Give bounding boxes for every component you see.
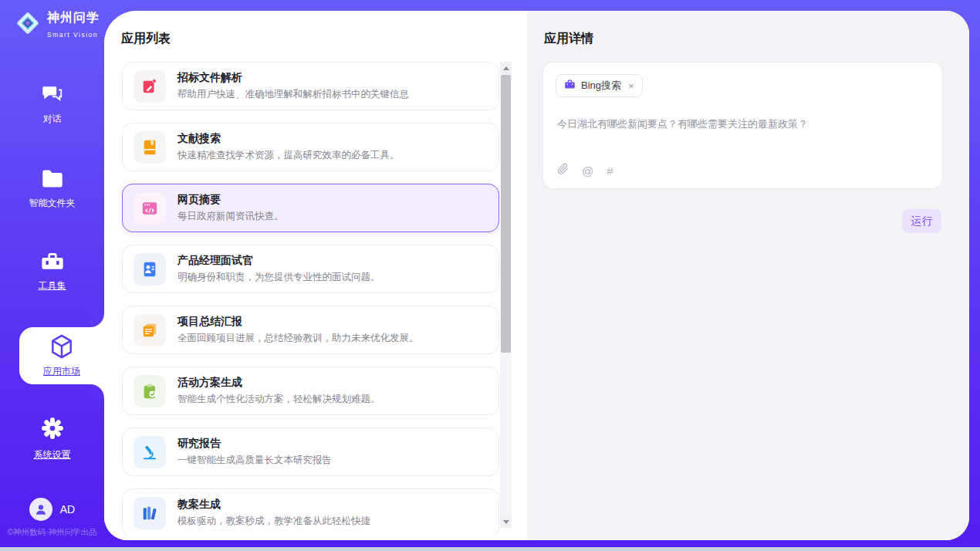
market-tab-curve-bottom <box>90 384 104 398</box>
app-desc: 帮助用户快速、准确地理解和解析招标书中的关键信息 <box>177 88 409 101</box>
toolbox-icon <box>41 260 64 273</box>
microscope-icon <box>133 436 166 468</box>
sidebar-item-label: 应用市场 <box>19 365 104 378</box>
user-account[interactable]: AD <box>0 498 104 521</box>
app-name: 招标文件解析 <box>177 71 409 85</box>
mention-icon[interactable]: @ <box>582 164 593 177</box>
notes-icon <box>133 314 166 346</box>
book-icon <box>133 131 166 164</box>
app-list: 招标文件解析 帮助用户快速、准确地理解和解析招标书中的关键信息 文献搜索 <box>122 62 499 536</box>
app-name: 网页摘要 <box>177 193 284 207</box>
sidebar-item-label: 系统设置 <box>0 448 104 461</box>
app-desc: 模板驱动，教案秒成，教学准备从此轻松快捷 <box>177 515 370 528</box>
app-desc: 全面回顾项目进展，总结经验教训，助力未来优化发展。 <box>177 332 419 345</box>
avatar <box>29 498 52 521</box>
topic-icon[interactable]: # <box>607 164 613 177</box>
app-detail-panel: 应用详情 Bing搜索 × 今日湖北有哪些新闻要点？有哪些需要关注的最新政 <box>527 11 969 540</box>
app-name: 文献搜索 <box>177 132 400 146</box>
app-card-lesson-plan[interactable]: 教案生成 模板驱动，教案秒成，教学准备从此轻松快捷 <box>122 488 499 536</box>
sidebar-item-smart-folder[interactable]: 智能文件夹 <box>0 169 104 210</box>
app-window-frame: 神州问学 Smart Vision 对话 智能文件夹 <box>0 0 980 551</box>
sidebar-item-app-market[interactable]: 应用市场 <box>19 327 104 384</box>
prompt-input[interactable]: 今日湖北有哪些新闻要点？有哪些需要关注的最新政策？ <box>557 117 928 132</box>
brand-subtitle: Smart Vision <box>47 31 98 39</box>
sidebar-item-chat[interactable]: 对话 <box>0 83 104 126</box>
app-name: 项目总结汇报 <box>177 315 419 329</box>
tool-tag-bing-search[interactable]: Bing搜索 × <box>556 74 643 97</box>
prompt-card: Bing搜索 × 今日湖北有哪些新闻要点？有哪些需要关注的最新政策？ @ # <box>542 62 943 189</box>
sidebar-item-toolset[interactable]: 工具集 <box>0 252 104 292</box>
app-detail-title: 应用详情 <box>544 31 593 47</box>
gear-icon <box>41 429 64 442</box>
app-desc: 智能生成个性化活动方案，轻松解决规划难题。 <box>177 393 380 406</box>
copyright-footer: ©神州数码·神州问学出品 <box>0 527 104 538</box>
app-list-panel: 应用列表 招标文件解析 帮助用户快速、准确地理解和解析招标书中的关键信息 <box>104 11 527 540</box>
chat-icon <box>41 93 64 106</box>
app-card-event-plan[interactable]: 活动方案生成 智能生成个性化活动方案，轻松解决规划难题。 <box>122 367 499 415</box>
app-card-literature-search[interactable]: 文献搜索 快速精准查找学术资源，提高研究效率的必备工具。 <box>122 123 499 171</box>
clipboard-check-icon <box>133 375 166 407</box>
folder-icon <box>41 177 64 191</box>
tool-tag-label: Bing搜索 <box>581 79 621 93</box>
books-icon <box>133 497 166 529</box>
briefcase-icon <box>564 79 576 93</box>
arrow-down-icon <box>503 520 509 524</box>
user-name: AD <box>60 503 75 516</box>
app-card-web-summary[interactable]: 网页摘要 每日政府新闻资讯快查。 <box>122 184 499 232</box>
main-content: 应用列表 招标文件解析 帮助用户快速、准确地理解和解析招标书中的关键信息 <box>104 11 969 540</box>
diamond-logo-icon <box>14 9 42 40</box>
arrow-up-icon <box>503 66 509 70</box>
app-card-project-summary[interactable]: 项目总结汇报 全面回顾项目进展，总结经验教训，助力未来优化发展。 <box>122 306 499 354</box>
app-desc: 明确身份和职责，为您提供专业性的面试问题。 <box>177 271 380 284</box>
scroll-up-button[interactable] <box>500 62 512 74</box>
brand-logo: 神州问学 Smart Vision <box>14 9 104 40</box>
prompt-toolbar: @ # <box>557 163 613 178</box>
app-desc: 每日政府新闻资讯快查。 <box>177 210 284 223</box>
run-button[interactable]: 运行 <box>902 209 941 233</box>
close-icon[interactable]: × <box>628 80 634 92</box>
app-name: 研究报告 <box>177 437 332 451</box>
browser-icon <box>133 192 166 225</box>
app-name: 产品经理面试官 <box>177 254 380 268</box>
window-bottom-edge <box>0 547 980 551</box>
sidebar-item-settings[interactable]: 系统设置 <box>0 417 104 461</box>
scrollbar-thumb[interactable] <box>501 75 511 353</box>
paperclip-icon[interactable] <box>557 163 569 178</box>
app-card-bid-analysis[interactable]: 招标文件解析 帮助用户快速、准确地理解和解析招标书中的关键信息 <box>122 62 499 110</box>
app-name: 教案生成 <box>177 498 370 512</box>
app-name: 活动方案生成 <box>177 376 380 390</box>
app-desc: 快速精准查找学术资源，提高研究效率的必备工具。 <box>177 149 400 162</box>
cube-icon <box>50 348 73 361</box>
market-tab-curve-top <box>90 313 104 327</box>
brand-name: 神州问学 <box>47 11 100 24</box>
app-desc: 一键智能生成高质量长文本研究报告 <box>177 454 332 467</box>
resume-person-icon <box>133 253 166 286</box>
app-list-title: 应用列表 <box>121 31 171 47</box>
sidebar: 神州问学 Smart Vision 对话 智能文件夹 <box>0 0 104 547</box>
scroll-down-button[interactable] <box>500 516 512 528</box>
sidebar-item-label: 工具集 <box>0 279 104 292</box>
doc-edit-icon <box>133 70 166 103</box>
app-list-scrollbar[interactable] <box>500 62 512 528</box>
app-card-research-report[interactable]: 研究报告 一键智能生成高质量长文本研究报告 <box>122 428 499 476</box>
sidebar-item-label: 对话 <box>0 113 104 126</box>
sidebar-item-label: 智能文件夹 <box>0 197 104 210</box>
app-card-pm-interviewer[interactable]: 产品经理面试官 明确身份和职责，为您提供专业性的面试问题。 <box>122 245 499 293</box>
